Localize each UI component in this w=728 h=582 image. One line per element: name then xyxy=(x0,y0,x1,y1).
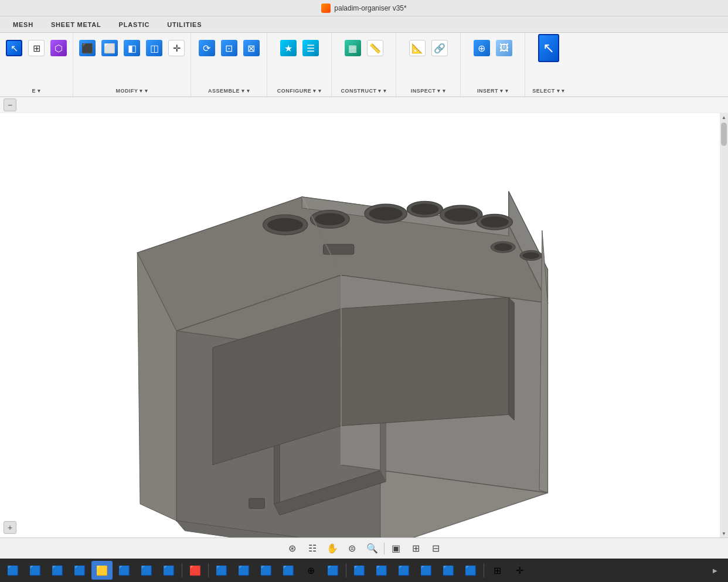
svg-point-10 xyxy=(267,218,303,232)
tb-item-2[interactable]: 🟦 xyxy=(25,561,46,580)
configure-b[interactable]: ☰ xyxy=(300,38,321,59)
tb-item-14[interactable]: ⊕ xyxy=(300,561,321,580)
minus-row: − xyxy=(0,97,728,113)
tb-item-20[interactable]: 🟦 xyxy=(438,561,459,580)
taskbar: 🟦 🟦 🟦 🟦 🟨 🟦 🟦 🟦 🟥 🟦 🟦 🟦 🟦 ⊕ 🟦 🟦 🟦 🟦 🟦 🟦 … xyxy=(0,559,728,582)
tb-item-8[interactable]: 🟦 xyxy=(158,561,179,580)
modify-move[interactable]: ✛ xyxy=(166,38,187,59)
taskbar-sep-2 xyxy=(208,563,209,577)
zoom-fit-icon[interactable]: ⊜ xyxy=(344,540,360,557)
modify-push-pull[interactable]: ⬛ xyxy=(77,38,98,59)
scroll-thumb[interactable] xyxy=(721,122,727,146)
tb-item-4[interactable]: 🟦 xyxy=(69,561,90,580)
svg-point-23 xyxy=(494,243,512,251)
modify-chamfer[interactable]: ◧ xyxy=(121,38,142,59)
tb-scroll-right[interactable]: ▶ xyxy=(705,561,726,580)
tb-item-21[interactable]: 🟦 xyxy=(460,561,481,580)
fit-view-icon[interactable]: ⊞ xyxy=(26,38,47,59)
select-mode-icon[interactable]: ↖ xyxy=(4,38,25,59)
tab-bar: MESH SHEET METAL PLASTIC UTILITIES xyxy=(0,16,728,33)
inspect-label: INSPECT ▾ xyxy=(396,88,460,94)
assemble-label: ASSEMBLE ▾ xyxy=(191,88,267,94)
tb-item-15[interactable]: 🟦 xyxy=(322,561,343,580)
modify-shell[interactable]: ◫ xyxy=(144,38,165,59)
tb-item-22[interactable]: ⊞ xyxy=(487,561,508,580)
toolbar-group-create: ↖ ⊞ ⬡ E ▾ xyxy=(0,33,73,96)
insert-image[interactable]: 🖼 xyxy=(494,38,515,59)
taskbar-sep-3 xyxy=(346,563,346,577)
minus-button[interactable]: − xyxy=(4,98,16,111)
zoom-icon[interactable]: 🔍 xyxy=(364,540,380,557)
svg-marker-32 xyxy=(509,297,515,420)
configure-a[interactable]: ★ xyxy=(278,38,299,59)
tb-item-16[interactable]: 🟦 xyxy=(349,561,370,580)
scroll-down-arrow[interactable]: ▼ xyxy=(720,529,728,537)
plus-button[interactable]: + xyxy=(4,521,16,534)
toolbar-group-assemble: ⟳ ⊡ ⊠ ASSEMBLE ▾ xyxy=(191,33,267,96)
assemble-rigid[interactable]: ⊡ xyxy=(219,38,240,59)
taskbar-sep-1 xyxy=(182,563,182,577)
taskbar-sep-4 xyxy=(484,563,484,577)
create-label: E ▾ xyxy=(0,88,73,94)
app-icon xyxy=(321,4,331,13)
tb-item-1[interactable]: 🟦 xyxy=(2,561,23,580)
svg-point-18 xyxy=(444,208,478,222)
tab-mesh[interactable]: MESH xyxy=(5,19,42,30)
insert-a[interactable]: ⊕ xyxy=(471,38,492,59)
assemble-joint[interactable]: ⟳ xyxy=(196,38,217,59)
configure-label: CONFIGURE ▾ xyxy=(267,88,331,94)
inspect-measure[interactable]: 📐 xyxy=(407,38,428,59)
tb-item-10[interactable]: 🟦 xyxy=(211,561,232,580)
insert-label: INSERT ▾ xyxy=(461,88,525,94)
scrollbar-right: ▲ ▼ xyxy=(720,113,728,537)
svg-point-14 xyxy=(369,207,403,220)
toolbar-group-configure: ★ ☰ CONFIGURE ▾ xyxy=(267,33,332,96)
tb-item-23[interactable]: ✛ xyxy=(509,561,530,580)
toolbar-group-insert: ⊕ 🖼 INSERT ▾ xyxy=(461,33,525,96)
tb-item-3[interactable]: 🟦 xyxy=(47,561,68,580)
inspect-link[interactable]: 🔗 xyxy=(429,38,450,59)
orbit-icon[interactable]: ⊛ xyxy=(284,540,301,557)
tb-item-9[interactable]: 🟥 xyxy=(185,561,206,580)
content-area: + ▲ ▼ xyxy=(0,113,728,537)
display-mode-icon[interactable]: ▣ xyxy=(388,540,404,557)
tb-item-6[interactable]: 🟦 xyxy=(114,561,135,580)
construct-plane[interactable]: ▦ xyxy=(342,38,363,59)
scroll-up-arrow[interactable]: ▲ xyxy=(720,113,728,121)
tb-item-13[interactable]: 🟦 xyxy=(278,561,299,580)
modify-fillet[interactable]: ⬜ xyxy=(99,38,120,59)
bottom-toolbar: ⊛ ☷ ✋ ⊜ 🔍 ▣ ⊞ ⊟ xyxy=(0,537,728,559)
svg-point-16 xyxy=(411,203,439,215)
tb-item-19[interactable]: 🟦 xyxy=(416,561,437,580)
svg-marker-31 xyxy=(341,297,509,426)
assemble-drive[interactable]: ⊠ xyxy=(241,38,262,59)
pan-hand-icon[interactable]: ✋ xyxy=(324,540,341,557)
tb-item-7[interactable]: 🟦 xyxy=(136,561,157,580)
tb-item-17[interactable]: 🟦 xyxy=(371,561,392,580)
main-layout: paladim-organiser v35* MESH SHEET METAL … xyxy=(0,0,728,582)
tb-item-12[interactable]: 🟦 xyxy=(256,561,277,580)
tab-plastic[interactable]: PLASTIC xyxy=(111,19,158,30)
title-text: paladim-organiser v35* xyxy=(334,4,406,12)
3d-model-viewport[interactable] xyxy=(0,113,728,537)
construct-ruler[interactable]: 📏 xyxy=(365,38,386,59)
create-icon[interactable]: ⬡ xyxy=(48,38,69,59)
tb-item-11[interactable]: 🟦 xyxy=(233,561,254,580)
svg-point-20 xyxy=(481,216,509,227)
tb-item-18[interactable]: 🟦 xyxy=(393,561,414,580)
tb-item-5[interactable]: 🟨 xyxy=(91,561,113,580)
toolbar-group-select: ↖ SELECT ▾ xyxy=(525,33,572,96)
toolbar: ↖ ⊞ ⬡ E ▾ ⬛ ⬜ ◧ xyxy=(0,33,728,97)
tab-sheet-metal[interactable]: SHEET METAL xyxy=(43,19,110,30)
toolbar-group-construct: ▦ 📏 CONSTRUCT ▾ xyxy=(332,33,396,96)
tab-utilities[interactable]: UTILITIES xyxy=(159,19,210,30)
bottom-sep xyxy=(384,543,385,554)
select-tool[interactable]: ↖ xyxy=(538,38,559,59)
camera-icon[interactable]: ☷ xyxy=(304,540,321,557)
svg-point-25 xyxy=(523,252,540,258)
construct-label: CONSTRUCT ▾ xyxy=(332,88,396,94)
environment-icon[interactable]: ⊟ xyxy=(428,540,444,557)
grid-icon[interactable]: ⊞ xyxy=(408,540,424,557)
toolbar-group-inspect: 📐 🔗 INSPECT ▾ xyxy=(396,33,461,96)
svg-point-12 xyxy=(315,213,345,226)
